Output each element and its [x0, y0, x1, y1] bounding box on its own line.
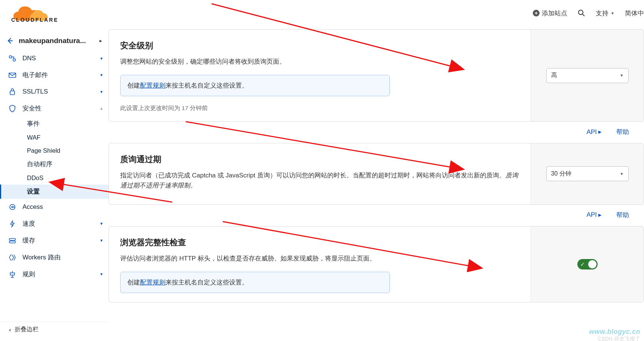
- watermark-credit: CSDN @龙飞瘦了: [598, 336, 640, 341]
- email-icon: [8, 71, 16, 79]
- collapse-sidebar-button[interactable]: ‹‹ 折叠边栏: [0, 322, 109, 337]
- collapse-label: 折叠边栏: [15, 326, 39, 334]
- svg-point-8: [12, 206, 13, 208]
- sidebar-item-label: Workers 路由: [22, 253, 94, 262]
- help-link[interactable]: 帮助: [616, 211, 629, 219]
- help-link[interactable]: 帮助: [616, 128, 629, 136]
- sidebar-sub-ddos[interactable]: DDoS: [0, 171, 109, 185]
- sidebar-sub-waf[interactable]: WAF: [0, 131, 109, 144]
- plus-icon: +: [533, 10, 540, 16]
- content-area: 安全级别 调整您网站的安全级别，确定哪些访问者将收到质询页面。 创建配置规则来按…: [109, 26, 644, 341]
- language-label: 简体中: [625, 9, 644, 18]
- security-submenu: 事件 WAF Page Shield 自动程序 DDoS 设置: [0, 117, 109, 199]
- card-title: 质询通过期: [120, 154, 519, 165]
- collapse-icon: ‹‹: [9, 327, 9, 333]
- svg-rect-10: [9, 238, 15, 240]
- lock-icon: [8, 88, 16, 96]
- browser-integrity-toggle[interactable]: ✓: [577, 259, 598, 270]
- config-rules-link[interactable]: 配置规则: [140, 82, 165, 89]
- sidebar-item-label: 电子邮件: [22, 71, 94, 79]
- sidebar-item-label: DNS: [22, 55, 94, 62]
- config-rules-link[interactable]: 配置规则: [140, 279, 165, 286]
- access-icon: [8, 203, 16, 211]
- callout-config-rules: 创建配置规则来按主机名自定义这些设置。: [120, 75, 390, 96]
- chevron-down-icon: ▼: [620, 73, 624, 77]
- check-icon: ✓: [580, 261, 585, 267]
- caching-icon: [8, 237, 16, 245]
- sidebar-item-label: 缓存: [22, 236, 94, 245]
- challenge-passage-select[interactable]: 30 分钟 ▼: [546, 166, 629, 181]
- sidebar-item-label: 规则: [22, 270, 94, 278]
- card-description: 指定访问者（已成功完成 Captcha 或 JavaScript 质询）可以访问…: [120, 170, 519, 191]
- chevron-down-icon: ▼: [100, 222, 109, 226]
- svg-rect-3: [9, 56, 12, 58]
- browser-integrity-card: 浏览器完整性检查 评估访问者浏览器的 HTTP 标头，以检查是否存在威胁。如果发…: [109, 226, 644, 302]
- chevron-down-icon: ▼: [611, 11, 614, 15]
- sidebar-sub-settings[interactable]: 设置: [0, 185, 109, 199]
- language-menu[interactable]: 简体中: [625, 9, 644, 18]
- card-links-row: API▶ 帮助: [109, 208, 644, 226]
- dns-icon: [8, 54, 16, 63]
- support-label: 支持: [596, 9, 608, 18]
- bolt-icon: [8, 220, 16, 228]
- sidebar-item-security[interactable]: 安全性 ▲: [0, 100, 109, 117]
- svg-rect-5: [9, 73, 16, 77]
- card-description: 调整您网站的安全级别，确定哪些访问者将收到质询页面。: [120, 57, 519, 67]
- logo-text: CLOUDFLARE: [11, 17, 58, 23]
- site-name: makeupandnatura...: [19, 37, 86, 45]
- chevron-up-icon: ▲: [100, 106, 109, 110]
- security-level-card: 安全级别 调整您网站的安全级别，确定哪些访问者将收到质询页面。 创建配置规则来按…: [109, 29, 644, 122]
- card-title: 安全级别: [120, 40, 519, 51]
- sidebar-item-email[interactable]: 电子邮件 ▼: [0, 67, 109, 83]
- svg-line-1: [583, 14, 584, 16]
- sidebar-item-workers-routes[interactable]: Workers 路由: [0, 249, 109, 266]
- sidebar-item-dns[interactable]: DNS ▼: [0, 50, 109, 67]
- svg-rect-11: [9, 241, 15, 243]
- callout-config-rules: 创建配置规则来按主机名自定义这些设置。: [120, 272, 390, 293]
- sidebar-item-access[interactable]: Access: [0, 199, 109, 215]
- chevron-down-icon: ▼: [100, 272, 109, 276]
- back-arrow-icon: [7, 37, 13, 44]
- api-link[interactable]: API▶: [587, 128, 601, 136]
- security-level-select[interactable]: 高 ▼: [546, 68, 629, 83]
- sidebar-item-label: 速度: [22, 219, 94, 228]
- sidebar-sub-bots[interactable]: 自动程序: [0, 157, 109, 171]
- app-header: CLOUDFLARE + 添加站点 支持 ▼ 简体中: [0, 0, 644, 26]
- search-button[interactable]: [578, 9, 585, 17]
- sidebar-sub-pageshield[interactable]: Page Shield: [0, 144, 109, 157]
- chevron-down-icon: ▼: [100, 238, 109, 243]
- sidebar-item-rules[interactable]: 规则 ▼: [0, 266, 109, 283]
- svg-point-0: [578, 10, 583, 15]
- sidebar-item-ssltls[interactable]: SSL/TLS ▼: [0, 83, 109, 100]
- last-changed-text: 此设置上次更改时间为 17 分钟前: [120, 104, 519, 112]
- search-icon: [578, 9, 585, 17]
- cloudflare-logo: CLOUDFLARE: [7, 3, 58, 23]
- chevron-down-icon: ▼: [100, 57, 109, 61]
- watermark-url: www.blogyc.cn: [589, 328, 640, 336]
- sidebar-item-label: Access: [22, 203, 94, 211]
- card-links-row: API▶ 帮助: [109, 125, 644, 143]
- sidebar-item-caching[interactable]: 缓存 ▼: [0, 232, 109, 249]
- svg-rect-4: [13, 59, 15, 61]
- sidebar-item-label: 安全性: [22, 104, 94, 113]
- toggle-knob: [588, 260, 596, 268]
- site-selector[interactable]: makeupandnatura... ▸: [0, 31, 109, 50]
- card-title: 浏览器完整性检查: [120, 237, 519, 248]
- sidebar-item-speed[interactable]: 速度 ▼: [0, 215, 109, 232]
- rules-icon: [8, 270, 16, 278]
- shield-icon: [8, 104, 16, 113]
- api-link[interactable]: API▶: [587, 211, 601, 219]
- select-value: 高: [551, 71, 557, 79]
- sidebar-sub-events[interactable]: 事件: [0, 117, 109, 131]
- support-menu[interactable]: 支持 ▼: [596, 9, 614, 18]
- sidebar-item-label: SSL/TLS: [22, 88, 94, 95]
- chevron-down-icon: ▼: [100, 90, 109, 94]
- challenge-passage-card: 质询通过期 指定访问者（已成功完成 Captcha 或 JavaScript 质…: [109, 143, 644, 204]
- select-value: 30 分钟: [551, 170, 571, 178]
- chevron-right-icon: ▸: [100, 38, 102, 43]
- svg-rect-6: [10, 91, 15, 95]
- chevron-down-icon: ▼: [620, 172, 624, 176]
- card-description: 评估访问者浏览器的 HTTP 标头，以检查是否存在威胁。如果发现威胁，将显示阻止…: [120, 253, 519, 264]
- add-site-button[interactable]: + 添加站点: [533, 9, 567, 18]
- workers-icon: [8, 253, 16, 262]
